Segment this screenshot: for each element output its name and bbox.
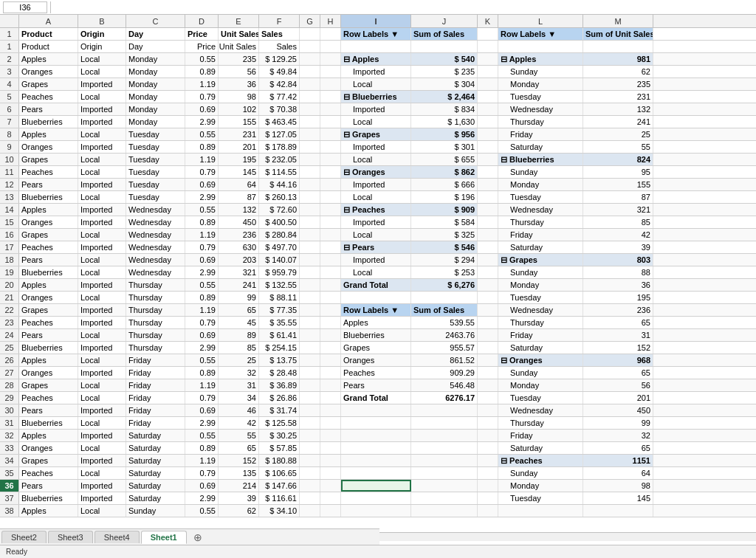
cell-f-24[interactable]: $ 61.41: [259, 329, 300, 341]
cell-b-16[interactable]: Local: [78, 229, 126, 241]
cell-j-29[interactable]: 6276.17: [411, 392, 478, 404]
cell-d-16[interactable]: 1.19: [185, 229, 219, 241]
col-header-d[interactable]: D: [185, 15, 219, 27]
cell-g-34[interactable]: [300, 455, 320, 466]
cell-a-2[interactable]: Apples: [19, 53, 78, 65]
cell-a-38[interactable]: Apples: [19, 505, 78, 517]
cell-a-17[interactable]: Peaches: [19, 241, 78, 253]
cell-g-7[interactable]: [300, 116, 320, 128]
cell-j-19[interactable]: $ 253: [411, 266, 478, 278]
cell-c-4[interactable]: Monday: [126, 78, 185, 90]
cell-a-29[interactable]: Peaches: [19, 392, 78, 404]
cell-f-9[interactable]: $ 178.89: [259, 141, 300, 153]
cell-a-7[interactable]: Blueberries: [19, 116, 78, 128]
cell-d-31[interactable]: 2.99: [185, 417, 219, 429]
cell-i-10[interactable]: Local: [341, 154, 411, 165]
cell-h-28[interactable]: [320, 379, 341, 391]
cell-h-25[interactable]: [320, 342, 341, 354]
cell-c-37[interactable]: Saturday: [126, 492, 185, 504]
cell-b-37[interactable]: Imported: [78, 492, 126, 504]
sheet-tab-sheet3[interactable]: Sheet3: [48, 531, 93, 543]
cell-d-9[interactable]: 0.89: [185, 141, 219, 153]
cell-c-28[interactable]: Friday: [126, 379, 185, 391]
cell-j-28[interactable]: 546.48: [411, 379, 478, 391]
cell-d-29[interactable]: 0.79: [185, 392, 219, 404]
cell-d-8[interactable]: 0.55: [185, 128, 219, 140]
cell-l-33[interactable]: Saturday: [498, 442, 583, 454]
cell-m-32[interactable]: 32: [583, 430, 653, 441]
cell-f-15[interactable]: $ 400.50: [259, 216, 300, 228]
cell-c-13[interactable]: Tuesday: [126, 191, 185, 203]
cell-m-4[interactable]: 235: [583, 78, 653, 90]
cell-g-2[interactable]: [300, 53, 320, 65]
cell-i-15[interactable]: Imported: [341, 216, 411, 228]
cell-f-20[interactable]: $ 132.55: [259, 279, 300, 291]
header-cell-6[interactable]: Sales: [259, 28, 300, 40]
col-header-e[interactable]: E: [219, 15, 259, 27]
cell-g-37[interactable]: [300, 492, 320, 504]
cell-a-10[interactable]: Grapes: [19, 154, 78, 165]
cell-j-8[interactable]: $ 956: [411, 128, 478, 140]
cell-j-21[interactable]: [411, 292, 478, 303]
cell-d-33[interactable]: 0.89: [185, 442, 219, 454]
cell-d-32[interactable]: 0.55: [185, 430, 219, 441]
header-cell-9[interactable]: Row Labels ▼: [341, 28, 411, 40]
cell-g-9[interactable]: [300, 141, 320, 153]
cell-g-25[interactable]: [300, 342, 320, 354]
cell-a-23[interactable]: Peaches: [19, 317, 78, 328]
cell-f-28[interactable]: $ 36.89: [259, 379, 300, 391]
name-box[interactable]: [3, 1, 47, 13]
cell-g-14[interactable]: [300, 204, 320, 216]
cell-i-24[interactable]: Blueberries: [341, 329, 411, 341]
cell-c-1[interactable]: Day: [126, 41, 185, 52]
cell-i-13[interactable]: Local: [341, 191, 411, 203]
cell-m-25[interactable]: 152: [583, 342, 653, 354]
cell-c-5[interactable]: Monday: [126, 91, 185, 103]
cell-l-3[interactable]: Sunday: [498, 66, 583, 78]
cell-m-16[interactable]: 42: [583, 229, 653, 241]
cell-m-36[interactable]: 98: [583, 480, 653, 492]
cell-j-14[interactable]: $ 909: [411, 204, 478, 216]
cell-h-17[interactable]: [320, 241, 341, 253]
cell-d-19[interactable]: 2.99: [185, 266, 219, 278]
cell-a-27[interactable]: Oranges: [19, 367, 78, 379]
cell-b-5[interactable]: Local: [78, 91, 126, 103]
cell-l-35[interactable]: Sunday: [498, 467, 583, 479]
cell-l-26[interactable]: ⊟ Oranges: [498, 354, 583, 366]
cell-i-26[interactable]: Oranges: [341, 354, 411, 366]
cell-h-36[interactable]: [320, 480, 341, 492]
cell-l-36[interactable]: Monday: [498, 480, 583, 492]
cell-l-30[interactable]: Wednesday: [498, 404, 583, 416]
cell-i-3[interactable]: Imported: [341, 66, 411, 78]
header-cell-8[interactable]: [320, 28, 341, 40]
cell-j-24[interactable]: 2463.76: [411, 329, 478, 341]
cell-i-19[interactable]: Local: [341, 266, 411, 278]
cell-i-22[interactable]: Row Labels ▼: [341, 304, 411, 316]
cell-d-4[interactable]: 1.19: [185, 78, 219, 90]
cell-d-11[interactable]: 0.79: [185, 166, 219, 178]
cell-l-23[interactable]: Thursday: [498, 317, 583, 328]
cell-c-9[interactable]: Tuesday: [126, 141, 185, 153]
cell-a-26[interactable]: Apples: [19, 354, 78, 366]
cell-b-38[interactable]: Local: [78, 505, 126, 517]
cell-f-2[interactable]: $ 129.25: [259, 53, 300, 65]
cell-c-18[interactable]: Wednesday: [126, 254, 185, 266]
cell-m-9[interactable]: 55: [583, 141, 653, 153]
cell-h-6[interactable]: [320, 103, 341, 115]
cell-j-32[interactable]: [411, 430, 478, 441]
cell-m-2[interactable]: 981: [583, 53, 653, 65]
cell-a-36[interactable]: Pears: [19, 480, 78, 492]
cell-i-2[interactable]: ⊟ Apples: [341, 53, 411, 65]
cell-k-26[interactable]: [478, 354, 498, 366]
cell-b-26[interactable]: Local: [78, 354, 126, 366]
cell-h-18[interactable]: [320, 254, 341, 266]
cell-c-36[interactable]: Saturday: [126, 480, 185, 492]
cell-l-21[interactable]: Tuesday: [498, 292, 583, 303]
cell-l-6[interactable]: Wednesday: [498, 103, 583, 115]
cell-j-23[interactable]: 539.55: [411, 317, 478, 328]
cell-g-5[interactable]: [300, 91, 320, 103]
cell-g-29[interactable]: [300, 392, 320, 404]
cell-c-34[interactable]: Saturday: [126, 455, 185, 466]
cell-g-35[interactable]: [300, 467, 320, 479]
cell-e-12[interactable]: 64: [219, 179, 259, 190]
